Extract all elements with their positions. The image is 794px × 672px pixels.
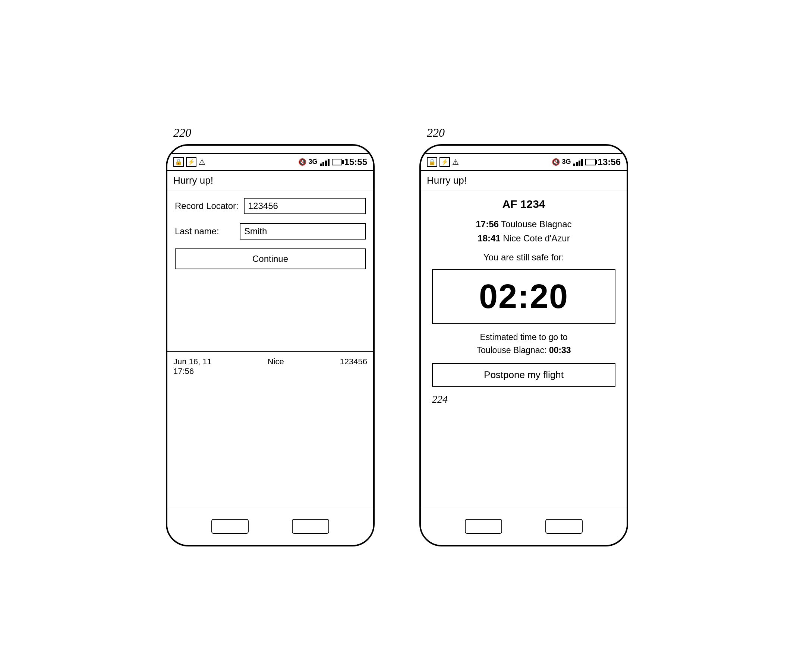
left-phone: 🔒 ⚡ ⚠ 🔇 3G 15:55 [166,144,375,546]
warn-icon: ⚠ [199,158,205,166]
right-battery-icon [585,159,596,165]
left-form-area: Record Locator: Last name: Continue [167,190,373,351]
left-app-header: Hurry up! [167,171,373,190]
left-time: 15:55 [345,157,367,167]
signal-icon [320,158,329,166]
right-status-bar: 🔒 ⚡ ⚠ 🔇 3G 13:56 [421,153,627,171]
right-hw-button-right[interactable] [545,519,583,534]
arrival-time: 18:41 [478,233,500,243]
right-app-header: Hurry up! [421,171,627,190]
last-name-label: Last name: [175,226,234,237]
estimated-text: Estimated time to go to Toulouse Blagnac… [428,331,619,357]
postpone-button[interactable]: Postpone my flight [432,363,616,387]
flight-record-row: Jun 16, 11 17:56 Nice 123456 [173,357,367,376]
countdown-box: 02:20 [432,269,616,324]
page-wrapper: 220 🔒 ⚡ ⚠ 🔇 3G [144,104,650,569]
record-locator-label: Record Locator: [175,201,239,211]
left-phone-container: 220 🔒 ⚡ ⚠ 🔇 3G [166,126,375,546]
estimated-label: Estimated time to go to [480,332,567,342]
right-header-text: Hurry up! [427,175,467,186]
right-signal-icon [573,158,583,166]
right-usb-icon: ⚡ [440,157,450,167]
flight-record-col1: Jun 16, 11 17:56 [173,357,212,376]
annotation-224: 224 [432,394,448,405]
flight-city: Nice [268,357,284,376]
estimated-time: 00:33 [549,345,571,355]
record-locator-input[interactable] [244,198,366,214]
left-hw-button-right[interactable] [292,519,329,534]
right-phone-bottom [421,508,627,545]
right-mute-icon: 🔇 [552,158,560,166]
right-lock-icon: 🔒 [427,157,437,167]
lock-icon: 🔒 [173,157,184,167]
left-top-notch [167,146,373,153]
flight-date: Jun 16, 11 [173,357,212,366]
departure-place: Toulouse Blagnac [501,219,571,229]
right-warn-icon: ⚠ [452,158,459,166]
right-flight-info-area: AF 1234 17:56 Toulouse Blagnac 18:41 Nic… [421,190,627,508]
right-status-right: 🔇 3G 13:56 [552,157,621,167]
right-hw-button-left[interactable] [465,519,502,534]
flight-code: 123456 [340,357,367,376]
continue-button[interactable]: Continue [175,248,366,269]
flight-time: 17:56 [173,366,212,376]
usb-icon: ⚡ [186,157,196,167]
left-status-left: 🔒 ⚡ ⚠ [173,157,205,167]
countdown-value: 02:20 [479,277,568,316]
flight-times: 17:56 Toulouse Blagnac 18:41 Nice Cote d… [428,217,619,246]
record-locator-row: Record Locator: [175,198,366,214]
arrival-place: Nice Cote d'Azur [503,233,569,243]
left-status-right: 🔇 3G 15:55 [298,157,367,167]
safe-for-container: You are still safe for: 222 [428,252,619,262]
3g-icon: 3G [309,158,318,166]
safe-for-text: You are still safe for: [428,252,619,262]
left-hw-button-left[interactable] [211,519,249,534]
left-status-bar: 🔒 ⚡ ⚠ 🔇 3G 15:55 [167,153,373,171]
last-name-input[interactable] [240,223,366,240]
last-name-row: Last name: [175,223,366,240]
right-3g-icon: 3G [562,158,571,166]
estimated-destination: Toulouse Blagnac: [476,345,547,355]
mute-icon: 🔇 [298,158,306,166]
left-phone-bottom [167,508,373,545]
right-top-notch [421,146,627,153]
right-phone: 🔒 ⚡ ⚠ 🔇 3G 13:56 [419,144,628,546]
departure-time: 17:56 [476,219,498,229]
right-label-top: 220 [427,126,445,140]
flight-record: Jun 16, 11 17:56 Nice 123456 [167,351,373,508]
battery-icon [332,159,342,165]
right-time: 13:56 [598,157,621,167]
right-status-left: 🔒 ⚡ ⚠ [427,157,459,167]
flight-title: AF 1234 [428,198,619,210]
left-label-top: 220 [173,126,191,140]
left-header-text: Hurry up! [173,175,213,186]
right-phone-container: 220 🔒 ⚡ ⚠ 🔇 3G [419,126,628,546]
